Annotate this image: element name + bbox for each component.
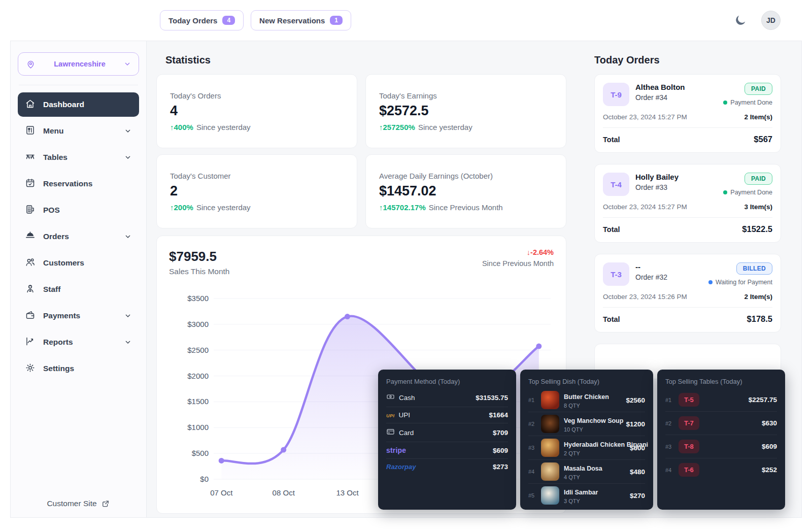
svg-text:$0: $0 bbox=[200, 475, 209, 483]
topbar: Today Orders 4 New Reservations 1 JD bbox=[10, 0, 802, 41]
orders-list: T-9 Althea Bolton Order #34 PAID Pa bbox=[594, 74, 781, 333]
cloche-icon bbox=[25, 230, 36, 243]
home-icon bbox=[25, 98, 36, 111]
today-orders-button[interactable]: Today Orders 4 bbox=[160, 10, 244, 30]
status-badge: PAID bbox=[745, 83, 772, 95]
table-badge: T-4 bbox=[603, 173, 629, 196]
sidebar-divider bbox=[19, 85, 138, 85]
sidebar-nav: Dashboard Menu Tables bbox=[18, 92, 139, 381]
arrow-up-icon: ↑ bbox=[170, 203, 174, 212]
sidebar-item-settings[interactable]: Settings bbox=[18, 356, 139, 381]
sales-delta: ↓-2.64% bbox=[482, 248, 554, 256]
order-card[interactable]: T-9 Althea Bolton Order #34 PAID Pa bbox=[594, 74, 781, 153]
chevron-down-icon bbox=[124, 312, 132, 320]
payment-state: Waiting for Payment bbox=[708, 279, 772, 286]
dish-name: Butter Chicken bbox=[564, 393, 609, 401]
dish-rank: #2 bbox=[528, 421, 536, 427]
payment-method-label: Cash bbox=[386, 392, 471, 403]
sidebar: Lawrenceshire Dashboard Menu bbox=[11, 41, 147, 517]
new-reservations-button[interactable]: New Reservations 1 bbox=[251, 10, 351, 30]
stat-label: Today's Customer bbox=[170, 172, 344, 180]
stat-label: Today's Earnings bbox=[379, 91, 553, 100]
payment-method-row: UPI UPI $1664 bbox=[386, 407, 508, 423]
dish-rank: #4 bbox=[528, 469, 536, 475]
table-row: #1 T-5 $2257.75 bbox=[665, 388, 777, 412]
payment-method-amount: $709 bbox=[493, 429, 508, 437]
divider bbox=[603, 217, 772, 218]
payment-method-label: stripe bbox=[386, 446, 489, 454]
order-card[interactable]: T-3 -- Order #32 BILLED Waiting for bbox=[594, 254, 781, 333]
chevron-down-icon bbox=[124, 127, 132, 135]
user-avatar[interactable]: JD bbox=[761, 11, 781, 30]
dish-row: #5 Idli Sambar 3 QTY $270 bbox=[528, 484, 645, 507]
svg-text:08 Oct: 08 Oct bbox=[273, 488, 295, 497]
sidebar-item-label: Payments bbox=[43, 311, 116, 320]
svg-text:$1000: $1000 bbox=[187, 423, 209, 432]
wallet-icon bbox=[25, 310, 36, 322]
sidebar-item-customers[interactable]: Customers bbox=[18, 251, 139, 275]
dark-mode-toggle-moon-icon[interactable] bbox=[734, 14, 747, 27]
order-total-value: $178.5 bbox=[747, 314, 772, 324]
order-card[interactable]: T-4 Holly Bailey Order #33 PAID Pay bbox=[594, 164, 781, 243]
stat-label: Average Daily Earnings (October) bbox=[379, 172, 553, 180]
svg-text:$500: $500 bbox=[192, 449, 209, 457]
top-selling-tables-panel: Top Selling Tables (Today) #1 T-5 $2257.… bbox=[657, 370, 785, 510]
table-row: #3 T-8 $609 bbox=[665, 435, 777, 458]
today-orders-label: Today Orders bbox=[168, 16, 217, 25]
payment-method-list: Cash $31535.75 UPI UPI $1664 Card bbox=[386, 388, 508, 475]
location-pin-icon bbox=[25, 59, 36, 70]
dish-qty: 3 QTY bbox=[564, 498, 625, 504]
stat-delta-period: Since Previous Month bbox=[429, 203, 503, 212]
table-rank: #1 bbox=[665, 397, 673, 403]
order-datetime: October 23, 2024 15:27 PM bbox=[603, 203, 687, 211]
sales-delta-period: Since Previous Month bbox=[482, 259, 554, 268]
stat-delta: ↑200% Since yesterday bbox=[170, 203, 344, 212]
svg-text:$1500: $1500 bbox=[187, 397, 209, 406]
chevron-down-icon bbox=[124, 233, 132, 241]
dish-row: #2 Veg Manchow Soup 10 QTY $1200 bbox=[528, 412, 645, 436]
location-selector[interactable]: Lawrenceshire bbox=[18, 52, 139, 76]
new-reservations-label: New Reservations bbox=[259, 16, 325, 25]
sidebar-item-staff[interactable]: Staff bbox=[18, 277, 139, 302]
sidebar-item-label: Dashboard bbox=[43, 100, 132, 109]
dish-amount: $2560 bbox=[626, 396, 645, 404]
order-datetime: October 23, 2024 15:27 PM bbox=[603, 113, 687, 121]
sidebar-item-reports[interactable]: Reports bbox=[18, 330, 139, 354]
dish-rank: #3 bbox=[528, 445, 536, 451]
svg-text:07 Oct: 07 Oct bbox=[210, 488, 233, 497]
svg-text:$2000: $2000 bbox=[187, 372, 209, 380]
sidebar-item-label: Reports bbox=[43, 338, 116, 347]
customer-site-link[interactable]: Customer Site bbox=[11, 499, 146, 508]
order-total-label: Total bbox=[603, 136, 620, 144]
sidebar-item-dashboard[interactable]: Dashboard bbox=[18, 92, 139, 117]
top-selling-dish-list: #1 Butter Chicken 8 QTY $2560 #2 Veg Man… bbox=[528, 388, 645, 507]
pos-icon bbox=[25, 204, 36, 217]
sidebar-item-pos[interactable]: POS bbox=[18, 198, 139, 222]
order-items-count: 3 Item(s) bbox=[744, 203, 772, 211]
sidebar-item-reservations[interactable]: Reservations bbox=[18, 172, 139, 196]
payment-method-row: Razorpay $273 bbox=[386, 459, 508, 475]
sidebar-item-label: Orders bbox=[43, 232, 116, 241]
sidebar-item-menu[interactable]: Menu bbox=[18, 119, 139, 143]
upi-logo: UPI bbox=[386, 411, 395, 419]
order-total-value: $1522.5 bbox=[742, 224, 772, 234]
dish-amount: $1200 bbox=[626, 420, 645, 428]
chevron-down-icon bbox=[124, 153, 132, 161]
stat-delta: ↑145702.17% Since Previous Month bbox=[379, 203, 553, 212]
sidebar-item-payments[interactable]: Payments bbox=[18, 304, 139, 328]
top-selling-dish-title: Top Selling Dish (Today) bbox=[528, 378, 645, 385]
sidebar-item-label: Customers bbox=[43, 258, 132, 268]
sales-subtitle: Sales This Month bbox=[169, 267, 229, 276]
stat-delta-percent: ↑400% bbox=[170, 123, 193, 131]
top-selling-tables-list: #1 T-5 $2257.75 #2 T-7 $630 #3 T-8 $609 … bbox=[665, 388, 777, 481]
sidebar-item-orders[interactable]: Orders bbox=[18, 224, 139, 249]
arrow-up-icon: ↑ bbox=[379, 123, 383, 131]
table-chip: T-8 bbox=[679, 440, 699, 453]
customer-site-label: Customer Site bbox=[47, 499, 96, 508]
dish-amount: $600 bbox=[630, 444, 645, 452]
today-orders-title: Today Orders bbox=[594, 54, 781, 66]
sidebar-item-tables[interactable]: Tables bbox=[18, 145, 139, 170]
status-dot-icon bbox=[723, 190, 727, 194]
sidebar-item-label: Menu bbox=[43, 126, 116, 136]
dish-row: #1 Butter Chicken 8 QTY $2560 bbox=[528, 388, 645, 412]
